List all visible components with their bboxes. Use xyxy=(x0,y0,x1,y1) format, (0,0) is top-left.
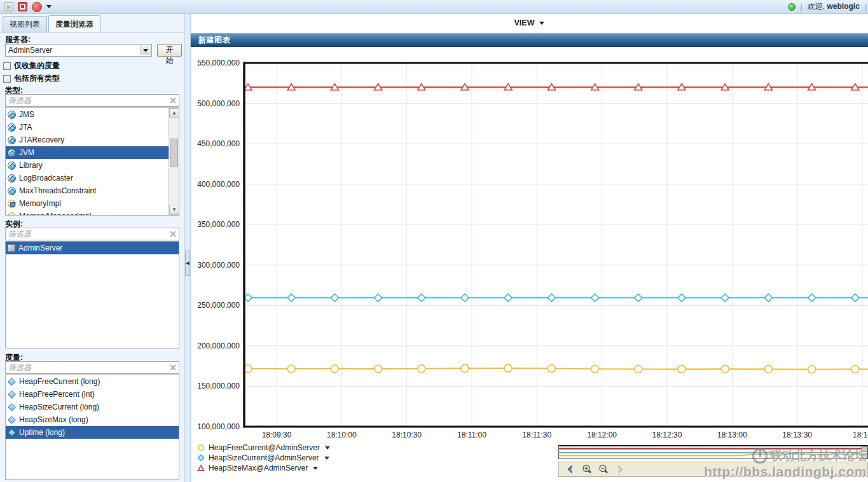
svg-text:18:13:30: 18:13:30 xyxy=(782,430,812,439)
instance-listbox[interactable]: AdminServer xyxy=(5,241,179,348)
circle-marker-icon xyxy=(197,444,205,451)
server-row: AdminServer 开始 xyxy=(5,44,182,57)
chart-title-bar: 新建图表 xyxy=(191,33,868,47)
list-item-label: MemoryImpl xyxy=(19,199,61,208)
metric-filter-input[interactable]: 筛选器 xyxy=(6,362,167,373)
navigator-mini-chart[interactable] xyxy=(559,446,867,458)
play-icon[interactable] xyxy=(4,2,13,11)
chart-title: 新建图表 xyxy=(198,35,230,46)
mbean-icon xyxy=(8,174,16,182)
list-item[interactable]: HeapSizeCurrent (long) xyxy=(6,401,179,413)
zoom-out-icon[interactable] xyxy=(598,464,609,474)
type-list-scrollbar[interactable]: ▲ ▼ xyxy=(169,108,179,215)
legend-label: HeapFreeCurrent@AdminServer xyxy=(209,443,320,452)
cube-icon xyxy=(8,244,15,252)
welcome-user: weblogic xyxy=(827,2,860,11)
list-item[interactable]: HeapFreeCurrent (long) xyxy=(6,375,179,388)
list-item[interactable]: JTA xyxy=(6,121,179,134)
diamond-marker-icon xyxy=(197,454,205,462)
type-filter-input[interactable]: 筛选器 xyxy=(6,95,167,106)
record-icon[interactable] xyxy=(32,2,42,12)
instance-filter[interactable]: 筛选器 ✕ xyxy=(5,228,179,240)
tab-metric-browser[interactable]: 度量浏览器 xyxy=(48,15,100,32)
list-item[interactable]: MemoryImpl xyxy=(6,197,179,210)
checkbox-collected-metrics[interactable]: 仅收集的度量 xyxy=(3,60,60,71)
start-button[interactable]: 开始 xyxy=(157,44,182,57)
svg-text:450,000,000: 450,000,000 xyxy=(197,139,240,148)
svg-text:18:09:30: 18:09:30 xyxy=(262,430,292,439)
dropdown-caret-icon[interactable] xyxy=(46,5,52,8)
clear-filter-icon[interactable]: ✕ xyxy=(167,362,179,373)
scroll-down-icon[interactable]: ▼ xyxy=(169,205,179,215)
legend-caret-icon[interactable] xyxy=(325,446,330,450)
diamond-icon xyxy=(8,390,16,399)
legend-caret-icon[interactable] xyxy=(324,457,329,460)
list-item-label: JTARecovery xyxy=(19,135,64,144)
scroll-right-icon[interactable] xyxy=(615,464,625,474)
svg-text:100,000,000: 100,000,000 xyxy=(197,422,240,431)
diamond-icon xyxy=(8,429,16,437)
svg-text:18:10:30: 18:10:30 xyxy=(392,430,422,439)
view-menu[interactable]: VIEW xyxy=(191,14,868,32)
server-select[interactable]: AdminServer xyxy=(5,44,152,57)
svg-text:250,000,000: 250,000,000 xyxy=(197,301,240,310)
legend-item[interactable]: HeapFreeCurrent@AdminServer xyxy=(197,443,330,453)
svg-text:500,000,000: 500,000,000 xyxy=(197,99,240,108)
separator: | xyxy=(801,3,803,11)
collapse-panel-icon[interactable]: ◀ xyxy=(185,251,190,276)
chart-panel: VIEW 新建图表 550,000,000500,000,000450,000,… xyxy=(191,14,868,482)
window-titlebar: | 欢迎, weblogic | xyxy=(0,0,868,14)
triangle-marker-icon xyxy=(197,464,205,472)
list-item[interactable]: JMS xyxy=(6,108,179,121)
metric-listbox[interactable]: HeapFreeCurrent (long)HeapFreePercent (i… xyxy=(5,375,179,480)
checkbox-icon[interactable] xyxy=(3,75,11,83)
checkbox-label: 包括所有类型 xyxy=(14,73,60,84)
tab-view-list[interactable]: 视图列表 xyxy=(3,16,47,32)
select-arrow-icon[interactable] xyxy=(141,45,151,55)
zoom-in-icon[interactable] xyxy=(582,464,592,474)
list-item[interactable]: MemoryManagerImpl xyxy=(6,210,179,216)
checkbox-icon[interactable] xyxy=(3,62,11,70)
svg-text:18:12:30: 18:12:30 xyxy=(652,430,682,439)
instance-filter-input[interactable]: 筛选器 xyxy=(6,229,167,240)
svg-text:200,000,000: 200,000,000 xyxy=(197,341,240,350)
chart-area[interactable]: 550,000,000500,000,000450,000,000400,000… xyxy=(191,47,868,443)
metric-filter[interactable]: 筛选器 ✕ xyxy=(5,361,179,374)
timeline-navigator[interactable] xyxy=(558,445,868,459)
mbean-icon xyxy=(8,149,16,157)
stop-icon[interactable] xyxy=(18,2,27,11)
list-item[interactable]: Uptime (long) xyxy=(6,426,179,439)
scroll-up-icon[interactable]: ▲ xyxy=(169,108,179,118)
panel-splitter[interactable]: ◀ xyxy=(184,14,191,482)
list-item[interactable]: Library xyxy=(6,159,179,172)
list-item-label: JMS xyxy=(19,110,34,119)
list-item[interactable]: AdminServer xyxy=(6,242,179,254)
welcome-text: 欢迎, weblogic xyxy=(808,1,860,12)
list-item[interactable]: HeapSizeMax (long) xyxy=(6,413,179,426)
list-item[interactable]: JTARecovery xyxy=(6,134,179,146)
legend-caret-icon[interactable] xyxy=(313,467,318,470)
type-listbox[interactable]: JMSJTAJTARecoveryJVMLibraryLogBroadcaste… xyxy=(5,107,179,216)
list-item-label: MaxThreadsConstraint xyxy=(19,186,96,195)
checkbox-label: 仅收集的度量 xyxy=(14,60,60,71)
mbean-icon xyxy=(8,136,16,144)
list-item-label: Library xyxy=(19,161,43,170)
list-item-label: MemoryManagerImpl xyxy=(19,212,91,216)
legend-item[interactable]: HeapSizeCurrent@AdminServer xyxy=(197,453,330,463)
list-item-label: AdminServer xyxy=(18,244,62,252)
list-item-label: HeapSizeMax (long) xyxy=(19,415,88,424)
legend-item[interactable]: HeapSizeMax@AdminServer xyxy=(197,463,330,473)
list-item[interactable]: JVM xyxy=(6,146,179,159)
chart-legend: HeapFreeCurrent@AdminServerHeapSizeCurre… xyxy=(197,443,330,473)
svg-text:18:11:30: 18:11:30 xyxy=(522,430,551,439)
type-filter[interactable]: 筛选器 ✕ xyxy=(5,94,179,107)
checkbox-all-types[interactable]: 包括所有类型 xyxy=(3,73,60,84)
clear-filter-icon[interactable]: ✕ xyxy=(167,229,179,239)
navigator-toolbar xyxy=(558,462,868,477)
scroll-left-icon[interactable] xyxy=(565,464,575,474)
scrollbar-thumb[interactable] xyxy=(170,139,178,167)
clear-filter-icon[interactable]: ✕ xyxy=(167,95,179,106)
list-item[interactable]: HeapFreePercent (int) xyxy=(6,388,179,401)
list-item[interactable]: MaxThreadsConstraint xyxy=(6,184,179,197)
list-item[interactable]: LogBroadcaster xyxy=(6,172,179,184)
